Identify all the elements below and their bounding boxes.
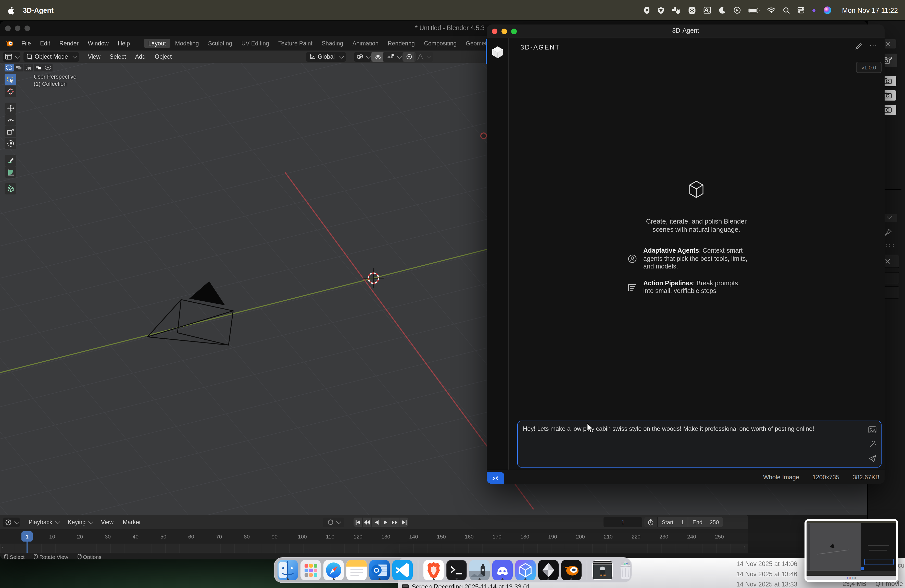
menu-edit[interactable]: Edit (35, 40, 55, 46)
screenshot-icon[interactable] (703, 6, 711, 14)
tab-uv-editing[interactable]: UV Editing (237, 38, 274, 48)
dock-launchpad[interactable] (300, 560, 321, 580)
file-date-row[interactable]: 14 Nov 2025 at 13:33 (737, 579, 797, 588)
dock-finder[interactable] (278, 560, 298, 580)
menu-add[interactable]: Add (130, 54, 150, 60)
blender-logo-icon[interactable] (5, 40, 14, 47)
dock-preview-image[interactable] (469, 560, 490, 580)
tab-shading[interactable]: Shading (317, 38, 348, 48)
record-indicator-icon[interactable] (643, 6, 650, 14)
scroll-left-icon[interactable]: ‹ (743, 544, 745, 550)
tool-measure[interactable] (5, 166, 16, 178)
agent-cube-icon[interactable] (492, 46, 503, 59)
menu-bar-clock[interactable]: Mon Nov 17 11:22 (842, 6, 898, 14)
end-frame-field[interactable]: End250 (688, 517, 723, 527)
edit-icon[interactable] (855, 43, 862, 50)
menu-marker[interactable]: Marker (118, 519, 146, 525)
search-icon[interactable] (783, 7, 789, 14)
dock-discord[interactable] (492, 560, 513, 580)
prev-keyframe-button[interactable] (363, 518, 372, 527)
file-date-row[interactable]: 14 Nov 2025 at 13:46 (737, 569, 797, 579)
select-mode-extend[interactable] (14, 64, 24, 72)
menu-playback[interactable]: Playback (24, 519, 63, 525)
editor-type-button[interactable] (3, 52, 21, 62)
menu-help[interactable]: Help (113, 40, 135, 46)
tab-modeling[interactable]: Modeling (170, 38, 203, 48)
menu-timeline-view[interactable]: View (97, 519, 118, 525)
menu-window[interactable]: Window (83, 40, 113, 46)
auto-keying-button[interactable] (323, 517, 345, 527)
tab-sculpting[interactable]: Sculpting (203, 38, 237, 48)
tool-rotate[interactable] (5, 114, 16, 126)
menu-select[interactable]: Select (105, 54, 130, 60)
dock-3d-agent[interactable] (515, 560, 536, 580)
next-keyframe-button[interactable] (390, 518, 399, 527)
current-frame-indicator[interactable]: 1 (21, 531, 33, 542)
dock-shader-app[interactable] (538, 560, 559, 580)
shield-icon[interactable] (657, 6, 664, 14)
dock-terminal[interactable] (446, 560, 467, 580)
timeline-editor-type-button[interactable] (3, 517, 20, 527)
zoom-button[interactable] (24, 25, 30, 31)
snowflake-app-icon[interactable] (688, 6, 695, 14)
jump-to-start-button[interactable] (354, 518, 362, 527)
minimize-button[interactable] (15, 25, 21, 31)
transform-orientation-select[interactable]: Global (306, 52, 346, 62)
tool-transform[interactable] (5, 138, 16, 149)
dock-brave[interactable] (424, 560, 444, 580)
menu-object[interactable]: Object (150, 54, 176, 60)
playhead[interactable] (27, 541, 27, 553)
select-mode-intersect[interactable] (43, 64, 52, 72)
recording-filename[interactable]: Screen Recording 2025-11-14 at 13.33.01 (402, 583, 530, 588)
tab-compositing[interactable]: Compositing (419, 38, 461, 48)
select-mode-invert[interactable] (34, 64, 43, 72)
enhance-wand-icon[interactable] (869, 440, 876, 448)
menu-view[interactable]: View (83, 54, 105, 60)
menu-render[interactable]: Render (55, 40, 83, 46)
menu-file[interactable]: File (17, 40, 35, 46)
tab-rendering[interactable]: Rendering (383, 38, 419, 48)
file-date-row[interactable]: 14 Nov 2025 at 14:06 (737, 559, 797, 569)
proportional-falloff-button[interactable] (414, 52, 433, 62)
dock-vscode[interactable] (392, 560, 413, 580)
channel-expand-icon[interactable]: › (2, 544, 3, 550)
prompt-input[interactable]: Hey! Lets make a low poly cabin swiss st… (517, 421, 881, 467)
attach-image-icon[interactable] (868, 426, 876, 433)
tool-annotate[interactable] (5, 155, 16, 166)
collapse-panel-button[interactable] (487, 472, 504, 484)
tab-texture-paint[interactable]: Texture Paint (274, 38, 317, 48)
dock-outlook[interactable]: O (369, 560, 390, 580)
close-button[interactable] (5, 25, 11, 31)
tool-select-box[interactable] (5, 74, 16, 85)
start-frame-field[interactable]: Start1 (657, 517, 688, 527)
dock-blender[interactable] (561, 560, 581, 580)
dock-notes[interactable] (346, 560, 367, 580)
snap-target-button[interactable] (354, 52, 372, 62)
dock-minimized-window[interactable] (592, 560, 613, 580)
tool-cursor[interactable] (5, 86, 16, 97)
active-app-name[interactable]: 3D-Agent (23, 6, 54, 14)
siri-icon[interactable] (823, 6, 831, 14)
focus-moon-icon[interactable] (719, 6, 726, 14)
tool-add-cube[interactable] (5, 183, 16, 194)
control-center-icon[interactable] (797, 6, 804, 14)
timeline-tracks[interactable]: › ‹ (0, 544, 748, 553)
more-options-icon[interactable]: ··· (869, 41, 878, 49)
mode-select[interactable]: Object Mode (24, 52, 79, 62)
play-circle-icon[interactable] (734, 6, 740, 14)
tab-layout[interactable]: Layout (144, 38, 170, 48)
current-frame-field[interactable]: 1 (603, 517, 642, 527)
stopwatch-icon[interactable] (644, 519, 657, 526)
recording-preview-thumbnail[interactable] (805, 519, 899, 582)
battery-icon[interactable] (748, 7, 759, 13)
jump-to-end-button[interactable] (399, 518, 408, 527)
play-reverse-button[interactable] (372, 518, 381, 527)
wifi-icon[interactable] (767, 7, 775, 13)
select-mode-set[interactable] (5, 64, 14, 72)
dock-trash[interactable] (615, 560, 636, 580)
select-mode-subtract[interactable] (24, 64, 33, 72)
tool-scale[interactable] (5, 126, 16, 137)
snap-with-button[interactable] (383, 52, 404, 62)
tab-animation[interactable]: Animation (348, 38, 383, 48)
apple-menu-icon[interactable] (7, 6, 15, 14)
